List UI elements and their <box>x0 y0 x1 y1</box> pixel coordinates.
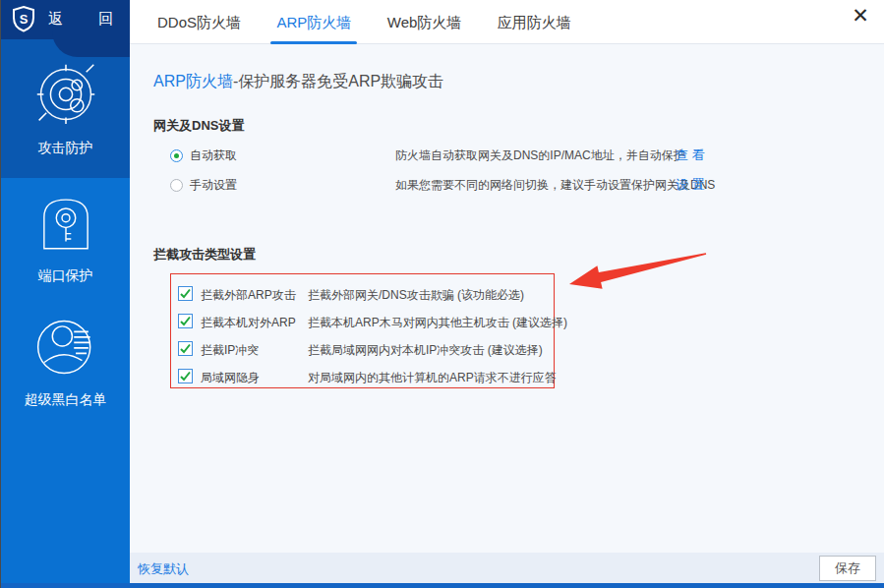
option-auto-acquire: 自动获取 防火墙自动获取网关及DNS的IP/MAC地址，并自动保护 查 看 <box>170 146 261 165</box>
sidebar-item-label: 攻击防护 <box>38 140 93 157</box>
radio-label: 自动获取 <box>190 147 261 164</box>
tab-bar: DDoS防火墙 ARP防火墙 Web防火墙 应用防火墙 ✕ <box>130 0 884 44</box>
annotation-highlight-box: 拦截外部ARP攻击 拦截外部网关/DNS攻击欺骗 (该功能必选) 拦截本机对外A… <box>170 273 555 388</box>
sidebar-item-label: 超级黑白名单 <box>25 391 107 409</box>
app-window: 攻击防护 端口保护 超级黑白 <box>0 0 884 588</box>
radio-auto-acquire[interactable] <box>170 149 183 162</box>
shield-logo-icon: S <box>11 5 36 32</box>
checkbox-label: 拦截本机对外ARP <box>201 315 309 331</box>
radio-label: 手动设置 <box>190 177 261 194</box>
page-title-rest: -保护服务器免受ARP欺骗攻击 <box>233 73 443 89</box>
checkbox-label: 拦截IP冲突 <box>201 342 309 359</box>
checkbox-local-arp[interactable] <box>178 314 193 331</box>
content-area: ARP防火墙-保护服务器免受ARP欺骗攻击 网关及DNS设置 自动获取 防火墙自… <box>130 44 884 553</box>
sidebar-item-super-list[interactable]: 超级黑白名单 <box>1 300 130 423</box>
page-title: ARP防火墙-保护服务器免受ARP欺骗攻击 <box>153 72 443 92</box>
checkbox-label: 拦截外部ARP攻击 <box>201 287 309 304</box>
logo-letter: S <box>20 12 29 27</box>
checkbox-ip-conflict[interactable] <box>178 341 193 359</box>
checkbox-row-lan-stealth: 局域网隐身 对局域网内的其他计算机的ARP请求不进行应答 <box>178 364 554 391</box>
checkbox-lan-stealth[interactable] <box>178 369 193 386</box>
checkbox-description: 对局域网内的其他计算机的ARP请求不进行应答 <box>308 370 557 386</box>
sidebar: 攻击防护 端口保护 超级黑白 <box>1 0 130 583</box>
option-manual-setting: 手动设置 如果您需要不同的网络间切换，建议手动设置保护网关及DNS 设 置 <box>170 175 261 195</box>
gateway-dns-heading: 网关及DNS设置 <box>153 117 244 135</box>
main-panel: DDoS防火墙 ARP防火墙 Web防火墙 应用防火墙 ✕ ARP防火墙-保护服… <box>130 0 884 588</box>
view-link[interactable]: 查 看 <box>676 147 705 164</box>
checkbox-description: 拦截局域网网内对本机IP冲突攻击 (建议选择) <box>308 342 543 359</box>
sidebar-item-label: 端口保护 <box>38 267 93 285</box>
sidebar-item-port-protection[interactable]: 端口保护 <box>1 178 130 300</box>
page-title-highlight: ARP防火墙 <box>153 73 233 89</box>
radio-description: 如果您需要不同的网络间切换，建议手动设置保护网关及DNS <box>395 177 715 194</box>
checkbox-row-local-arp: 拦截本机对外ARP 拦截本机ARP木马对网内其他主机攻击 (建议选择) <box>178 309 554 336</box>
setup-link[interactable]: 设 置 <box>676 176 705 194</box>
radar-icon <box>33 61 98 126</box>
footer-bar: 恢复默认 保存 <box>130 553 884 583</box>
intercept-type-heading: 拦截攻击类型设置 <box>153 246 256 264</box>
sidebar-item-attack-protection[interactable]: 攻击防护 <box>1 39 130 178</box>
save-button[interactable]: 保存 <box>819 556 876 581</box>
key-icon <box>35 193 96 254</box>
tab-arp-firewall[interactable]: ARP防火墙 <box>276 0 351 44</box>
tab-ddos-firewall[interactable]: DDoS防火墙 <box>157 0 241 44</box>
sidebar-header: S 返 回 <box>1 0 130 39</box>
close-icon[interactable]: ✕ <box>847 2 874 29</box>
user-list-icon <box>34 315 97 378</box>
window-bottom-border <box>1 583 884 588</box>
checkbox-external-arp[interactable] <box>178 286 193 304</box>
tab-app-firewall[interactable]: 应用防火墙 <box>498 0 571 44</box>
checkbox-row-ip-conflict: 拦截IP冲突 拦截局域网网内对本机IP冲突攻击 (建议选择) <box>178 336 554 364</box>
back-button[interactable]: 返 回 <box>48 10 129 29</box>
checkbox-description: 拦截外部网关/DNS攻击欺骗 (该功能必选) <box>308 287 524 304</box>
checkbox-label: 局域网隐身 <box>201 370 309 386</box>
restore-defaults-link[interactable]: 恢复默认 <box>138 560 189 578</box>
checkbox-description: 拦截本机ARP木马对网内其他主机攻击 (建议选择) <box>308 315 567 331</box>
checkbox-row-external-arp: 拦截外部ARP攻击 拦截外部网关/DNS攻击欺骗 (该功能必选) <box>178 281 554 309</box>
radio-description: 防火墙自动获取网关及DNS的IP/MAC地址，并自动保护 <box>395 147 685 164</box>
tab-web-firewall[interactable]: Web防火墙 <box>387 0 462 44</box>
radio-manual-setting[interactable] <box>170 179 183 192</box>
